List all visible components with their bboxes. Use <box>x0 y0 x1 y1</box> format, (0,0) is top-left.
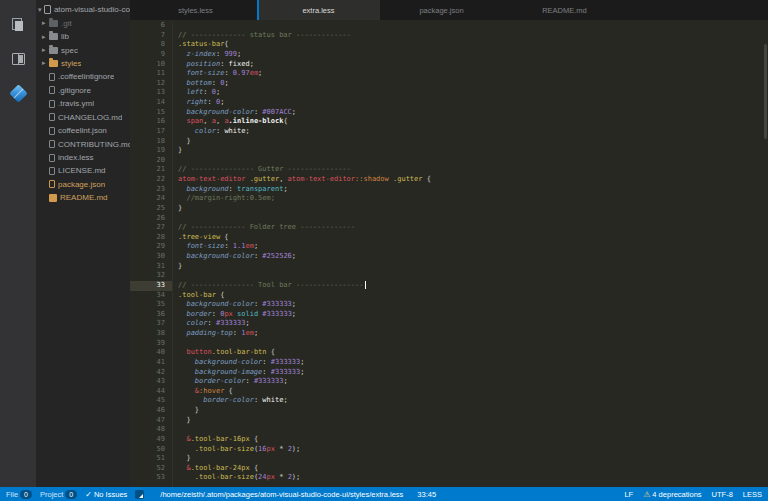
tab-package.json[interactable]: package.json <box>380 0 503 20</box>
chevron-right-icon: ▸ <box>42 46 48 54</box>
check-icon: ✓ <box>85 490 92 499</box>
code-line-19[interactable]: } <box>178 146 768 156</box>
tree-item-.git[interactable]: ▸.git <box>36 16 130 29</box>
linter-panel-toggle[interactable] <box>135 490 144 499</box>
code-line-37[interactable]: color: #333333; <box>178 319 768 329</box>
code-line-25[interactable]: } <box>178 204 768 214</box>
tab-extra.less[interactable]: extra.less <box>257 0 380 20</box>
code-line-29[interactable]: font-size: 1.1em; <box>178 242 768 252</box>
code-line-50[interactable]: .tool-bar-size(16px * 2); <box>178 445 768 455</box>
tree-item-spec[interactable]: ▸spec <box>36 43 130 56</box>
line-number: 39 <box>130 339 172 349</box>
code-line-43[interactable]: border-color: #333333; <box>178 377 768 387</box>
deprecations-indicator[interactable]: ⚠ 4 deprecations <box>643 490 701 499</box>
code-line-51[interactable]: } <box>178 454 768 464</box>
file-counter-badge: 0 <box>20 490 32 499</box>
tab-README.md[interactable]: README.md <box>503 0 626 20</box>
warning-icon: ⚠ <box>643 490 650 499</box>
no-issues-status[interactable]: ✓ No Issues <box>85 490 127 499</box>
code-line-21[interactable]: // --------------- Gutter --------------… <box>178 165 768 175</box>
tree-item-.coffeelintignore[interactable]: .coffeelintignore <box>36 70 130 83</box>
code-line-48[interactable] <box>178 425 768 435</box>
tree-item-lib[interactable]: ▸lib <box>36 30 130 43</box>
book-icon <box>49 194 57 202</box>
code-line-18[interactable]: } <box>178 137 768 147</box>
text-editor[interactable]: 6789101112131415161718192021222324252627… <box>130 20 768 487</box>
tree-item-coffeelint.json[interactable]: coffeelint.json <box>36 124 130 137</box>
files-icon-glyph <box>12 18 24 32</box>
code-line-11[interactable]: font-size: 0.97em; <box>178 69 768 79</box>
split-editor-icon[interactable] <box>5 44 31 74</box>
code-line-46[interactable]: } <box>178 406 768 416</box>
tree-item-atom-visual-studio-code-ui[interactable]: ▾atom-visual-studio-code-ui <box>36 3 130 16</box>
code-line-38[interactable]: padding-top: 1em; <box>178 329 768 339</box>
code-line-14[interactable]: right: 0; <box>178 98 768 108</box>
files-icon[interactable] <box>5 10 31 40</box>
tree-item-CHANGELOG.md[interactable]: CHANGELOG.md <box>36 111 130 124</box>
line-number: 45 <box>130 396 172 406</box>
code-line-41[interactable]: background-color: #333333; <box>178 358 768 368</box>
tree-item-LICENSE.md[interactable]: LICENSE.md <box>36 164 130 177</box>
code-line-42[interactable]: background-image: #333333; <box>178 368 768 378</box>
tab-styles.less[interactable]: styles.less <box>134 0 257 20</box>
file-path[interactable]: /home/zeisth/.atom/packages/atom-visual-… <box>160 490 403 499</box>
code-line-23[interactable]: background: transparent; <box>178 185 768 195</box>
code-line-27[interactable]: // ------------- Folder tree -----------… <box>178 223 768 233</box>
code-line-20[interactable] <box>178 156 768 166</box>
packages-diamond-icon[interactable] <box>5 78 31 108</box>
code-line-49[interactable]: &.tool-bar-16px { <box>178 435 768 445</box>
line-number: 16 <box>130 117 172 127</box>
code-line-39[interactable] <box>178 339 768 349</box>
tree-item-label: coffeelint.json <box>58 126 107 135</box>
tree-item-README.md[interactable]: README.md <box>36 191 130 204</box>
line-number: 19 <box>130 146 172 156</box>
code-line-24[interactable]: //margin-right:0.5em; <box>178 194 768 204</box>
chevron-right-icon: ▸ <box>42 19 48 27</box>
line-number: 26 <box>130 214 172 224</box>
code-line-40[interactable]: button.tool-bar-btn { <box>178 348 768 358</box>
code-line-52[interactable]: &.tool-bar-24px { <box>178 464 768 474</box>
code-line-9[interactable]: z-index: 999; <box>178 50 768 60</box>
code-line-28[interactable]: .tree-view { <box>178 233 768 243</box>
cursor-position[interactable]: 33:45 <box>417 490 436 499</box>
linter-file-counter[interactable]: File 0 <box>6 490 32 499</box>
code-line-34[interactable]: .tool-bar { <box>178 291 768 301</box>
code-line-44[interactable]: &:hover { <box>178 387 768 397</box>
editor-scrollbar[interactable] <box>764 44 767 139</box>
code-line-12[interactable]: bottom: 0; <box>178 79 768 89</box>
tree-item-styles[interactable]: ▸styles <box>36 57 130 70</box>
tree-item-.gitignore[interactable]: .gitignore <box>36 84 130 97</box>
code-line-26[interactable] <box>178 214 768 224</box>
line-ending-indicator[interactable]: LF <box>624 490 633 499</box>
chevron-right-icon: ▸ <box>42 59 48 67</box>
tree-item-.travis.yml[interactable]: .travis.yml <box>36 97 130 110</box>
code-line-32[interactable] <box>178 271 768 281</box>
code-line-53[interactable]: .tool-bar-size(24px * 2); <box>178 473 768 483</box>
project-counter-label: Project <box>40 490 63 499</box>
tree-item-CONTRIBUTING.md[interactable]: CONTRIBUTING.md <box>36 137 130 150</box>
linter-project-counter[interactable]: Project 0 <box>40 490 77 499</box>
code-line-33[interactable]: // --------------- Tool bar ------------… <box>178 281 768 291</box>
code-line-45[interactable]: border-color: white; <box>178 396 768 406</box>
code-line-8[interactable]: .status-bar{ <box>178 40 768 50</box>
encoding-indicator[interactable]: UTF-8 <box>712 490 733 499</box>
tree-item-label: .gitignore <box>58 86 91 95</box>
code-line-17[interactable]: color: white; <box>178 127 768 137</box>
code-line-7[interactable]: // ------------- status bar ------------… <box>178 31 768 41</box>
code-line-6[interactable] <box>178 21 768 31</box>
tree-item-index.less[interactable]: index.less <box>36 151 130 164</box>
code-line-16[interactable]: span, a, a.inline-block{ <box>178 117 768 127</box>
code-line-10[interactable]: position: fixed; <box>178 60 768 70</box>
tree-item-package.json[interactable]: package.json <box>36 178 130 191</box>
grammar-indicator[interactable]: LESS <box>743 490 762 499</box>
code-line-31[interactable]: } <box>178 262 768 272</box>
code-line-47[interactable]: } <box>178 416 768 426</box>
line-number: 11 <box>130 69 172 79</box>
line-number: 24 <box>130 194 172 204</box>
code-line-35[interactable]: background-color: #333333; <box>178 300 768 310</box>
code-line-13[interactable]: left: 0; <box>178 88 768 98</box>
code-line-15[interactable]: background-color: #007ACC; <box>178 108 768 118</box>
code-line-30[interactable]: background-color: #252526; <box>178 252 768 262</box>
code-line-22[interactable]: atom-text-editor .gutter, atom-text-edit… <box>178 175 768 185</box>
code-line-36[interactable]: border: 0px solid #333333; <box>178 310 768 320</box>
